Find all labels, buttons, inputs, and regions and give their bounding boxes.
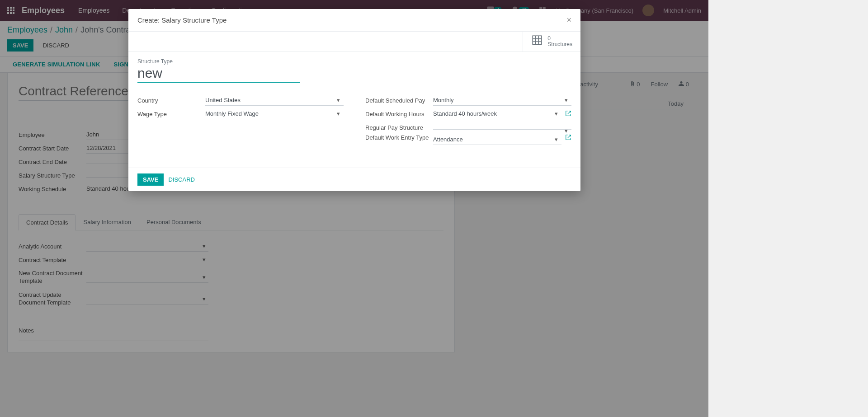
structures-stat-button[interactable]: 0 Structures	[523, 32, 580, 52]
close-icon[interactable]: ×	[566, 15, 571, 25]
modal-body: Structure Type Country United States▾ Wa…	[128, 52, 580, 168]
modal-title: Create: Salary Structure Type	[137, 16, 226, 24]
working-hours-label: Default Working Hours	[365, 111, 433, 117]
regular-pay-label: Regular Pay Structure	[365, 124, 433, 131]
structure-type-input[interactable]	[137, 65, 300, 83]
country-label: Country	[137, 97, 205, 104]
work-entry-type-label: Default Work Entry Type	[365, 134, 433, 142]
working-hours-field[interactable]: Standard 40 hours/week▾	[433, 108, 561, 119]
modal-footer: SAVE DISCARD	[128, 168, 580, 191]
wage-type-field[interactable]: Monthly Fixed Wage▾	[205, 108, 344, 119]
grid-icon	[531, 34, 543, 49]
structures-label: Structures	[547, 42, 572, 47]
external-link-icon[interactable]	[565, 134, 571, 142]
structure-type-label: Structure Type	[137, 58, 571, 65]
modal-header: Create: Salary Structure Type ×	[128, 9, 580, 32]
modal-save-button[interactable]: SAVE	[137, 173, 164, 186]
scheduled-pay-field[interactable]: Monthly▾	[433, 95, 571, 106]
svg-rect-0	[533, 36, 542, 45]
modal-statbar: 0 Structures	[128, 32, 580, 52]
country-field[interactable]: United States▾	[205, 95, 344, 106]
regular-pay-field[interactable]: ▾	[433, 126, 571, 130]
scheduled-pay-label: Default Scheduled Pay	[365, 97, 433, 104]
create-salary-structure-modal: Create: Salary Structure Type × 0 Struct…	[128, 9, 580, 191]
modal-discard-button[interactable]: DISCARD	[168, 176, 195, 183]
work-entry-type-field[interactable]: Attendance▾	[433, 134, 561, 145]
wage-type-label: Wage Type	[137, 111, 205, 117]
external-link-icon[interactable]	[565, 110, 571, 118]
